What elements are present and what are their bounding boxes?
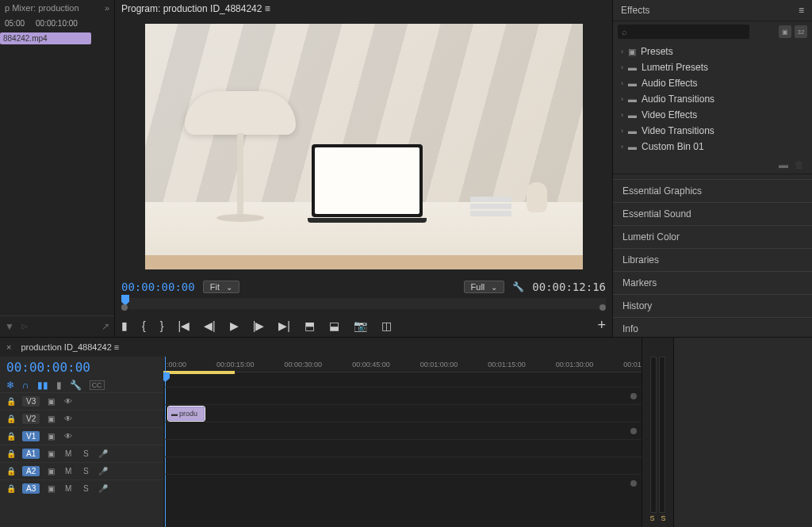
track-header-v1[interactable]: 🔒V1▣👁 — [0, 427, 163, 445]
tree-item-custom-bin[interactable]: ›▬Custom Bin 01 — [613, 139, 812, 155]
export-frame-button[interactable]: 📷 — [354, 319, 367, 332]
accelerated-filter-icon[interactable]: ▣ — [779, 25, 791, 38]
tree-item-audio-transitions[interactable]: ›▬Audio Transitions — [613, 91, 812, 107]
extract-button[interactable]: ⬓ — [329, 319, 339, 332]
marker-add-icon[interactable]: ▮ — [56, 380, 62, 391]
play-button[interactable]: ▶ — [230, 319, 239, 332]
mute-button[interactable]: M — [62, 448, 75, 460]
sync-lock-icon[interactable]: ▣ — [44, 465, 57, 478]
markers-icon[interactable]: ▮▮ — [37, 380, 48, 391]
eye-icon[interactable]: 👁 — [62, 430, 75, 443]
settings-icon[interactable]: 🔧 — [512, 281, 524, 292]
track-a2[interactable] — [163, 456, 642, 474]
lock-icon[interactable]: 🔒 — [5, 448, 17, 460]
snap-icon[interactable]: ❄ — [6, 380, 14, 391]
program-scrubber[interactable] — [121, 298, 606, 309]
effects-search-input[interactable] — [618, 25, 749, 39]
solo-button[interactable]: S — [79, 448, 92, 460]
add-button[interactable]: + — [597, 317, 606, 334]
settings-wrench-icon[interactable]: 🔧 — [70, 380, 82, 391]
tree-item-audio-effects[interactable]: ›▬Audio Effects — [613, 75, 812, 91]
voice-over-icon[interactable]: 🎤 — [97, 448, 109, 460]
sequence-tab[interactable]: production ID_4884242 ≡ — [14, 339, 125, 355]
tree-item-lumetri[interactable]: ›▬Lumetri Presets — [613, 59, 812, 75]
timeline-timecode[interactable]: 00:00:00:00 — [6, 360, 90, 375]
sync-lock-icon[interactable]: ▣ — [44, 430, 57, 443]
filter-icon[interactable]: ▼ — [5, 321, 14, 332]
work-area-bar[interactable] — [163, 371, 235, 374]
track-header-a1[interactable]: 🔒A1▣MS🎤 — [0, 445, 163, 462]
track-header-a3[interactable]: 🔒A3▣MS🎤 — [0, 479, 163, 497]
timeline-tracks[interactable]: :00:00 00:00:15:00 00:00:30:00 00:00:45:… — [163, 357, 642, 527]
delete-icon[interactable]: 🗑 — [795, 159, 804, 170]
in-point-button[interactable]: { — [142, 319, 146, 332]
tag-icon[interactable]: ⊳ — [21, 321, 29, 332]
compare-button[interactable]: ◫ — [381, 319, 392, 332]
step-forward-button[interactable]: |▶ — [253, 319, 265, 332]
solo-right-button[interactable]: S — [661, 514, 665, 522]
track-v3[interactable] — [163, 387, 642, 404]
close-icon[interactable]: × — [6, 342, 11, 352]
lock-icon[interactable]: 🔒 — [5, 413, 17, 426]
32bit-filter-icon[interactable]: 32 — [795, 25, 807, 38]
time-ruler[interactable]: :00:00 00:00:15:00 00:00:30:00 00:00:45:… — [163, 357, 642, 372]
lock-icon[interactable]: 🔒 — [5, 430, 17, 443]
zoom-fit-dropdown[interactable]: Fit — [203, 281, 239, 293]
mute-button[interactable]: M — [62, 465, 75, 478]
cc-icon[interactable]: CC — [90, 380, 105, 390]
sync-lock-icon[interactable]: ▣ — [44, 483, 57, 495]
track-handle[interactable] — [630, 393, 637, 399]
voice-over-icon[interactable]: 🎤 — [97, 483, 109, 495]
out-point-handle[interactable] — [599, 304, 606, 311]
linked-selection-icon[interactable]: ∩ — [22, 380, 29, 391]
go-to-out-button[interactable]: ▶| — [278, 319, 290, 332]
lock-icon[interactable]: 🔒 — [5, 465, 17, 478]
panel-essential-graphics[interactable]: Essential Graphics — [613, 179, 812, 202]
panel-info[interactable]: Info — [613, 317, 812, 340]
track-a3[interactable] — [163, 474, 642, 491]
marker-button[interactable]: ▮ — [121, 319, 128, 332]
mute-button[interactable]: M — [62, 483, 75, 495]
lock-icon[interactable]: 🔒 — [5, 483, 17, 495]
source-clip[interactable]: 884242.mp4 — [0, 32, 91, 44]
export-icon[interactable]: ↗ — [102, 321, 109, 332]
new-bin-icon[interactable]: ▬ — [779, 159, 788, 170]
track-v2[interactable]: ▬produ — [163, 404, 642, 422]
sync-lock-icon[interactable]: ▣ — [44, 395, 57, 408]
track-a1[interactable] — [163, 439, 642, 456]
panel-lumetri-color[interactable]: Lumetri Color — [613, 225, 812, 248]
video-clip[interactable]: ▬produ — [168, 407, 205, 421]
in-point-handle[interactable] — [121, 304, 128, 311]
solo-button[interactable]: S — [79, 483, 92, 495]
quality-dropdown[interactable]: Full — [464, 281, 505, 293]
track-header-v2[interactable]: 🔒V2▣👁 — [0, 410, 163, 427]
solo-left-button[interactable]: S — [649, 514, 654, 522]
tree-item-video-transitions[interactable]: ›▬Video Transitions — [613, 123, 812, 139]
track-handle[interactable] — [630, 480, 637, 487]
track-handle[interactable] — [630, 428, 637, 434]
program-timecode-in[interactable]: 00:00:00:00 — [121, 281, 195, 293]
track-v1[interactable] — [163, 422, 642, 439]
eye-icon[interactable]: 👁 — [62, 395, 75, 408]
lift-button[interactable]: ⬒ — [304, 319, 315, 332]
go-to-in-button[interactable]: |◀ — [178, 319, 190, 332]
lock-icon[interactable]: 🔒 — [5, 395, 17, 408]
program-monitor[interactable] — [115, 17, 612, 276]
sync-lock-icon[interactable]: ▣ — [44, 413, 57, 426]
expand-icon[interactable]: » — [105, 3, 109, 13]
source-tab[interactable]: p Mixer: production » — [0, 0, 114, 16]
panel-essential-sound[interactable]: Essential Sound — [613, 202, 812, 225]
voice-over-icon[interactable]: 🎤 — [97, 465, 109, 478]
program-duration[interactable]: 00:00:12:16 — [532, 281, 606, 293]
out-point-button[interactable]: } — [160, 319, 164, 332]
track-header-v3[interactable]: 🔒V3▣👁 — [0, 392, 163, 410]
track-header-a2[interactable]: 🔒A2▣MS🎤 — [0, 462, 163, 479]
panel-libraries[interactable]: Libraries — [613, 248, 812, 271]
tree-item-presets[interactable]: ›▣Presets — [613, 44, 812, 59]
eye-icon[interactable]: 👁 — [62, 413, 75, 426]
panel-menu-icon[interactable]: ≡ — [799, 5, 804, 16]
solo-button[interactable]: S — [79, 465, 92, 478]
panel-markers[interactable]: Markers — [613, 271, 812, 294]
sync-lock-icon[interactable]: ▣ — [44, 448, 57, 460]
program-tab[interactable]: Program: production ID_4884242 ≡ — [115, 0, 612, 17]
